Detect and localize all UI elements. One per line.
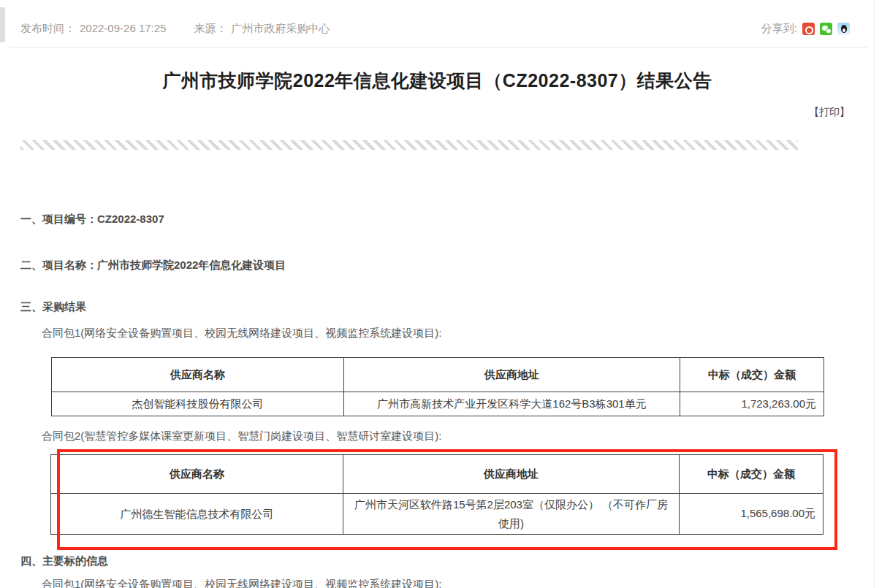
announcement-page: 发布时间：2022-09-26 17:25来源：广州市政府采购中心 分享到: 广… xyxy=(0,0,890,588)
section-project-name: 二、项目名称：广州市技师学院2022年信息化建设项目 xyxy=(20,259,286,272)
table-row: 杰创智能科技股份有限公司 广州市高新技术产业开发区科学大道162号B3栋301单… xyxy=(52,392,824,416)
clipped-bottom-line: 合同包1(网络安全设备购置项目、校园无线网络建设项目、视频监控系统建设项目): xyxy=(42,578,442,588)
print-button[interactable]: 【打印】 xyxy=(809,106,850,119)
wechat-share-icon[interactable] xyxy=(820,23,832,35)
meta-divider-line xyxy=(9,47,867,47)
header-award-amount: 中标（成交）金额 xyxy=(680,358,824,392)
cell-award-amount: 1,723,263.00元 xyxy=(680,392,824,416)
package-1-table: 供应商名称 供应商地址 中标（成交）金额 杰创智能科技股份有限公司 广州市高新技… xyxy=(51,357,824,416)
header-supplier-name: 供应商名称 xyxy=(52,358,344,392)
header-award-amount: 中标（成交）金额 xyxy=(680,455,824,494)
page-title: 广州市技师学院2022年信息化建设项目（CZ2022-8307）结果公告 xyxy=(0,69,874,93)
package-2-table: 供应商名称 供应商地址 中标（成交）金额 广州德生智能信息技术有限公司 广州市天… xyxy=(50,454,824,535)
header-supplier-address: 供应商地址 xyxy=(344,358,680,392)
cell-supplier-name: 杰创智能科技股份有限公司 xyxy=(52,392,344,416)
cell-supplier-name: 广州德生智能信息技术有限公司 xyxy=(51,494,343,535)
source-name: 广州市政府采购中心 xyxy=(231,22,330,34)
meta-bar: 发布时间：2022-09-26 17:25来源：广州市政府采购中心 分享到: xyxy=(20,22,850,36)
weibo-share-icon[interactable] xyxy=(802,23,815,35)
table-row: 广州德生智能信息技术有限公司 广州市天河区软件路15号第2层203室（仅限办公）… xyxy=(51,494,824,535)
source-label: 来源： xyxy=(194,22,227,34)
publish-info: 发布时间：2022-09-26 17:25来源：广州市政府采购中心 xyxy=(20,22,334,36)
share-group: 分享到: xyxy=(761,22,850,36)
table-header-row: 供应商名称 供应商地址 中标（成交）金额 xyxy=(52,358,824,392)
section-project-number: 一、项目编号：CZ2022-8307 xyxy=(20,213,164,226)
page-right-border xyxy=(874,0,875,588)
table-header-row: 供应商名称 供应商地址 中标（成交）金额 xyxy=(51,455,824,494)
package-1-label: 合同包1(网络安全设备购置项目、校园无线网络建设项目、视频监控系统建设项目): xyxy=(42,327,442,340)
section-procurement-result: 三、采购结果 xyxy=(20,300,86,314)
cell-supplier-address: 广州市天河区软件路15号第2层203室（仅限办公） （不可作厂房使用) xyxy=(343,494,680,535)
publish-time-value: 2022-09-26 17:25 xyxy=(80,22,166,34)
share-label: 分享到: xyxy=(761,22,797,36)
left-edge-strip xyxy=(0,7,5,42)
package-2-label: 合同包2(智慧管控多媒体课室更新项目、智慧门岗建设项目、智慧研讨室建设项目): xyxy=(42,429,442,443)
header-supplier-address: 供应商地址 xyxy=(343,455,680,494)
section-main-subject-info: 四、主要标的信息 xyxy=(20,554,108,568)
publish-time-label: 发布时间： xyxy=(20,22,75,34)
hatched-divider xyxy=(20,140,798,150)
cell-award-amount: 1,565,698.00元 xyxy=(680,494,824,535)
cell-supplier-address: 广州市高新技术产业开发区科学大道162号B3栋301单元 xyxy=(344,392,680,416)
qq-share-icon[interactable] xyxy=(837,23,850,35)
header-supplier-name: 供应商名称 xyxy=(51,455,343,494)
